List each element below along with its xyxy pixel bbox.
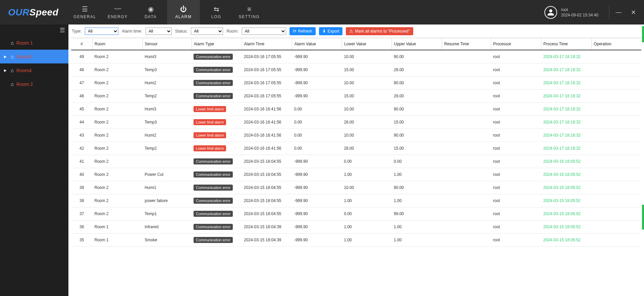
table-row[interactable]: 41Room 2Communication error2024-03-15 18…	[71, 155, 641, 168]
cell-resume	[442, 103, 491, 116]
export-button[interactable]: ⬇Export	[319, 27, 343, 35]
cell-lo: 15.00	[342, 63, 392, 77]
sidebar-item-label: Room 1	[16, 40, 33, 46]
col-header[interactable]: #	[71, 38, 92, 50]
col-header[interactable]: Process Time	[541, 38, 592, 50]
nav-tab-label: DATA	[145, 14, 157, 19]
minimize-icon[interactable]: —	[615, 9, 622, 16]
table-row[interactable]: 49Room 2Humi3Communication error2024-03-…	[71, 50, 641, 63]
table-row[interactable]: 44Room 2Temp3Lower limit alarm2024-03-16…	[71, 116, 641, 129]
cell-lo: 1.00	[342, 168, 392, 181]
col-header[interactable]: Upper Value	[392, 38, 442, 50]
cell-time: 2024-03-16 17:05:55	[242, 77, 292, 90]
col-header[interactable]: Operation	[591, 38, 641, 50]
cell-sensor: Humi2	[143, 77, 192, 90]
user-datetime: 2024-09-02 15:34:40	[561, 13, 598, 17]
cell-hi: 28.00	[392, 90, 442, 103]
cell-room: Room 2	[92, 181, 143, 194]
col-header[interactable]: Lower Value	[342, 38, 392, 50]
cell-val: 0.00	[292, 103, 342, 116]
cell-val: -999.90	[292, 234, 342, 247]
main-panel: Type: All Alarm time: All Status: All Ro…	[68, 24, 644, 296]
cell-sensor: Power Cut	[143, 168, 192, 181]
cell-proc: root	[491, 50, 541, 63]
col-header[interactable]: Alarm Type	[192, 38, 242, 50]
cell-proc: root	[491, 142, 541, 155]
nav-tab-setting[interactable]: ≡SETTING	[233, 0, 266, 24]
cell-op	[591, 116, 641, 129]
cell-op	[591, 168, 641, 181]
cell-ptime: 2024-03-17 18:18:32	[541, 129, 592, 142]
table-row[interactable]: 46Room 2Temp2Communication error2024-03-…	[71, 90, 641, 103]
table-row[interactable]: 37Room 2Temp1Communication error2024-03-…	[71, 207, 641, 220]
sidebar-item-room-1[interactable]: ⌂Room 1	[0, 36, 68, 50]
cell-sensor: Temp1	[143, 207, 192, 220]
cell-op	[591, 155, 641, 168]
cell-idx: 41	[71, 155, 92, 168]
filter-type-select[interactable]: All	[85, 28, 118, 35]
cell-ptime: 2024-03-15 18:05:52	[541, 181, 592, 194]
cell-resume	[442, 129, 491, 142]
table-row[interactable]: 35Room 1SmokeCommunication error2024-03-…	[71, 234, 641, 247]
filter-alarmtime-select[interactable]: All	[146, 28, 172, 35]
nav-tab-label: SETTING	[239, 14, 260, 19]
col-header[interactable]: Processor	[491, 38, 541, 50]
sidebar-item-room3[interactable]: ▶⌂Room3	[0, 50, 68, 63]
user-avatar-icon[interactable]	[544, 6, 557, 19]
sidebar-item-room4[interactable]: ▶⌂Room4	[0, 63, 68, 77]
cell-ptime: 2024-03-15 18:05:52	[541, 220, 592, 234]
cell-proc: root	[491, 116, 541, 129]
nav-tab-general[interactable]: ☰GENERAL	[68, 0, 101, 24]
cell-hi: 0.00	[392, 155, 442, 168]
cell-type: Communication error	[192, 194, 242, 207]
table-row[interactable]: 43Room 2Humi2Lower limit alarm2024-03-16…	[71, 129, 641, 142]
setting-icon: ≡	[247, 6, 251, 12]
filter-status-select[interactable]: All	[191, 28, 223, 35]
cell-room: Room 2	[92, 194, 143, 207]
cell-proc: root	[491, 129, 541, 142]
col-header[interactable]: Resume Time	[442, 38, 491, 50]
table-row[interactable]: 45Room 2Humi3Lower limit alarm2024-03-16…	[71, 103, 641, 116]
cell-lo: 10.00	[342, 103, 392, 116]
refresh-button[interactable]: ⟳Refresh	[289, 27, 316, 35]
close-icon[interactable]: ✕	[631, 9, 636, 16]
table-row[interactable]: 40Room 2Power CutCommunication error2024…	[71, 168, 641, 181]
nav-tab-log[interactable]: ⇆LOG	[200, 0, 233, 24]
table-row[interactable]: 48Room 2Temp3Communication error2024-03-…	[71, 63, 641, 77]
col-header[interactable]: Room	[92, 38, 143, 50]
cell-type: Communication error	[192, 181, 242, 194]
filter-room-select[interactable]: All	[242, 28, 286, 35]
cell-type: Communication error	[192, 90, 242, 103]
table-row[interactable]: 39Room 2Humi1Communication error2024-03-…	[71, 181, 641, 194]
cell-resume	[442, 90, 491, 103]
window-controls: — ✕	[609, 6, 644, 19]
col-header[interactable]: Alarm Value	[292, 38, 342, 50]
table-row[interactable]: 38Room 2power failureCommunication error…	[71, 194, 641, 207]
cell-sensor: Humi2	[143, 129, 192, 142]
col-header[interactable]: Alarm Time	[242, 38, 292, 50]
alarm-icon: ⏻	[180, 6, 187, 12]
download-icon: ⬇	[322, 29, 326, 34]
mark-all-processed-button[interactable]: ⚠Mark all alarms to "Processed"	[346, 27, 413, 35]
col-header[interactable]: Sensor	[143, 38, 192, 50]
nav-tab-energy[interactable]: 〰ENERGY	[101, 0, 134, 24]
cell-type: Communication error	[192, 63, 242, 77]
cell-time: 2024-03-16 16:41:56	[242, 103, 292, 116]
nav-tab-alarm[interactable]: ⏻ALARM	[167, 0, 200, 24]
cell-resume	[442, 168, 491, 181]
data-icon: ◉	[148, 6, 154, 12]
cell-room: Room 2	[92, 77, 143, 90]
cell-ptime: 2024-03-15 18:05:52	[541, 194, 592, 207]
cell-lo: 0.00	[342, 155, 392, 168]
cell-sensor: Temp3	[143, 116, 192, 129]
cell-lo: 15.00	[342, 90, 392, 103]
sidebar-toggle-icon[interactable]: ☰	[60, 27, 65, 34]
table-row[interactable]: 42Room 2Temp2Lower limit alarm2024-03-16…	[71, 142, 641, 155]
alarm-table-wrap[interactable]: #RoomSensorAlarm TypeAlarm TimeAlarm Val…	[68, 38, 644, 296]
cell-type: Communication error	[192, 168, 242, 181]
sidebar-item-room-2[interactable]: ⌂Room 2	[0, 77, 68, 91]
table-row[interactable]: 47Room 2Humi2Communication error2024-03-…	[71, 77, 641, 90]
sidebar-item-label: Room3	[16, 54, 32, 59]
nav-tab-data[interactable]: ◉DATA	[134, 0, 167, 24]
table-row[interactable]: 36Room 1InfraredCommunication error2024-…	[71, 220, 641, 234]
